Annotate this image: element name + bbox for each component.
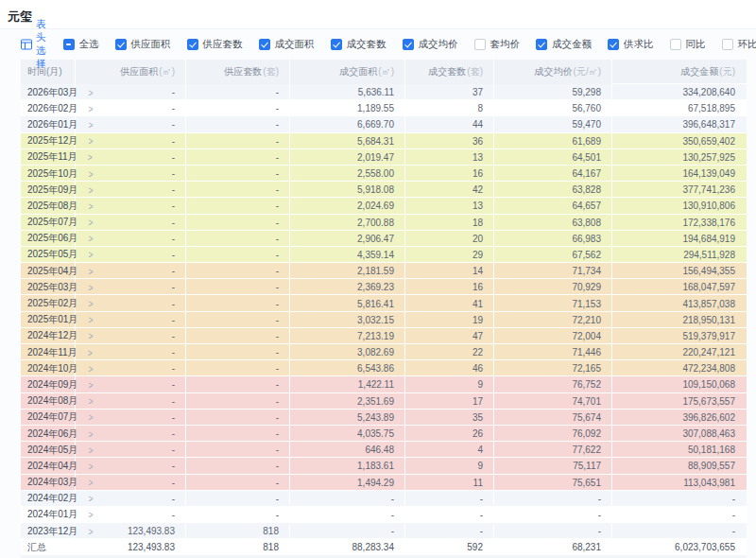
month-cell[interactable]: 2024年08月> [21,393,76,410]
value-cell: 16 [405,279,494,295]
chevron-right-icon[interactable]: > [88,444,93,456]
column-header-label: 成交均价 [535,65,573,78]
month-cell[interactable]: 2024年02月> [21,491,76,507]
chevron-right-icon[interactable]: > [88,427,93,440]
chevron-right-icon[interactable]: > [88,265,93,277]
column-checkbox-3[interactable]: 成交面积 [259,38,315,51]
value-cell: 2,181.59 [290,263,405,279]
checkbox-checked-icon[interactable] [259,39,270,50]
chevron-right-icon[interactable]: > [88,346,93,358]
value-cell: - [186,149,290,166]
value-cell: 1,183.61 [290,458,405,474]
month-cell[interactable]: 2025年09月> [21,182,76,198]
checkbox-checked-icon[interactable] [536,39,547,50]
column-header-5: 成交均价(元/㎡) [494,60,612,84]
month-cell[interactable]: 2024年07月> [21,410,76,426]
checkbox-unchecked-icon[interactable] [474,39,486,50]
column-checkbox-4[interactable]: 成交套数 [331,38,387,51]
column-checkbox-6[interactable]: 套均价 [474,38,521,51]
chevron-right-icon[interactable]: > [88,201,93,213]
month-cell[interactable]: 2024年04月> [21,458,76,474]
month-cell[interactable]: 2025年08月> [21,198,76,214]
checkbox-checked-icon[interactable] [331,39,342,50]
chevron-right-icon[interactable]: > [88,395,93,408]
month-cell[interactable]: 2025年12月> [21,133,76,149]
chevron-right-icon[interactable]: > [88,379,93,392]
month-cell[interactable]: 2026年02月> [21,100,76,116]
column-checkbox-2[interactable]: 供应套数 [187,38,243,51]
column-checkbox-9[interactable]: 同比 [670,38,706,51]
chevron-right-icon[interactable]: > [88,103,93,115]
chevron-right-icon[interactable]: > [88,298,93,310]
month-cell[interactable]: 2024年06月> [21,426,76,442]
column-checkbox-7[interactable]: 成交金额 [536,38,592,51]
month-cell[interactable]: 2026年03月> [21,84,76,100]
column-checkbox-1[interactable]: 供应面积 [115,38,171,51]
month-cell[interactable]: 2024年11月> [21,344,76,360]
chevron-right-icon[interactable]: > [88,282,93,294]
chevron-right-icon[interactable]: > [88,330,93,342]
chevron-right-icon[interactable]: > [88,493,93,505]
month-cell[interactable]: 2025年07月> [21,215,76,231]
table-icon [21,39,32,50]
checkbox-indeterminate-icon[interactable] [63,39,75,50]
month-cell[interactable]: 2025年01月> [21,312,76,328]
checkbox-label: 环比 [738,38,756,51]
month-cell[interactable]: 2024年05月> [21,442,76,458]
column-header-6: 成交金额(元) [612,60,747,84]
column-header-label: 供应面积 [120,65,158,78]
value-cell: 75,117 [494,458,612,474]
value-cell: 168,047,597 [612,279,747,295]
value-cell: - [186,360,290,376]
column-checkbox-select-all[interactable]: 全选 [63,38,99,51]
chevron-right-icon[interactable]: > [88,411,93,424]
month-cell[interactable]: 2025年06月> [21,231,76,247]
month-cell[interactable]: 2025年05月> [21,247,76,263]
month-cell[interactable]: 2025年11月> [21,149,76,166]
month-cell[interactable]: 2023年12月> [21,523,76,539]
chevron-right-icon[interactable]: > [88,119,93,131]
table-header-row: 时间(月)供应面积(㎡)供应套数(套)成交面积(㎡)成交套数(套)成交均价(元/… [21,60,747,84]
month-cell[interactable]: 2026年01月> [21,116,76,132]
value-cell: 396,648,317 [612,116,747,132]
column-checkbox-5[interactable]: 成交均价 [403,38,458,51]
column-checkbox-8[interactable]: 供求比 [608,38,654,51]
chevron-right-icon[interactable]: > [88,461,93,473]
checkbox-checked-icon[interactable] [608,39,619,50]
value-cell: 8 [405,100,494,116]
checkbox-unchecked-icon[interactable] [722,39,733,50]
chevron-right-icon[interactable]: > [88,151,93,164]
chevron-right-icon[interactable]: > [88,525,93,537]
chevron-right-icon[interactable]: > [88,363,93,375]
month-cell[interactable]: 2025年03月> [21,279,76,295]
chevron-right-icon[interactable]: > [88,167,93,180]
checkbox-checked-icon[interactable] [187,39,198,50]
chevron-right-icon[interactable]: > [88,183,93,196]
month-cell[interactable]: 2024年12月> [21,328,76,344]
month-cell[interactable]: 2025年10月> [21,166,76,182]
checkbox-checked-icon[interactable] [115,39,127,50]
chevron-right-icon[interactable]: > [88,86,93,98]
month-cell[interactable]: 2025年02月> [21,295,76,311]
month-cell[interactable]: 2024年10月> [21,360,76,376]
month-cell[interactable]: 2024年09月> [21,376,76,392]
chevron-right-icon[interactable]: > [88,135,93,148]
checkbox-unchecked-icon[interactable] [670,39,681,50]
value-cell: 42 [405,182,494,198]
column-header-unit: (元/㎡) [574,65,601,78]
chevron-right-icon[interactable]: > [88,249,93,261]
chevron-right-icon[interactable]: > [88,233,93,245]
month-cell[interactable]: 2024年01月> [21,507,76,523]
month-cell[interactable]: 2025年04月> [21,263,76,279]
chevron-right-icon[interactable]: > [88,314,93,326]
chevron-right-icon[interactable]: > [88,217,93,229]
chevron-right-icon[interactable]: > [88,509,93,521]
column-checkbox-10[interactable]: 环比 [722,38,756,51]
value-cell: 220,247,121 [612,344,747,360]
chevron-right-icon[interactable]: > [88,477,93,489]
value-cell: - [186,215,290,231]
month-cell[interactable]: 2024年03月> [21,475,76,491]
value-cell: 396,826,602 [612,410,747,426]
value-cell: - [186,507,290,523]
checkbox-checked-icon[interactable] [403,39,414,50]
